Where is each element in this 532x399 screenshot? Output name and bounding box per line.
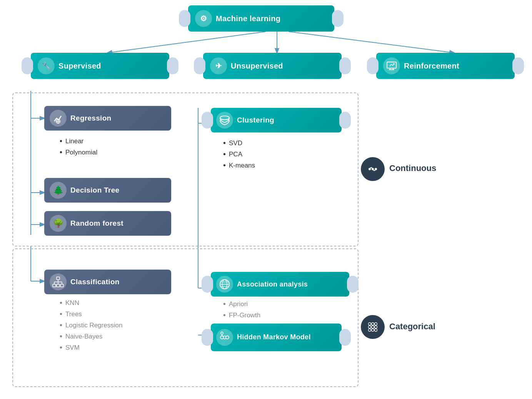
root-label: Machine learning [216, 14, 280, 23]
svg-point-50 [372, 329, 374, 332]
pill-right-reinforcement [512, 57, 524, 74]
reinforcement-node: Reinforcement [376, 53, 515, 79]
clustering-bullet-1: SVD [223, 139, 255, 148]
svg-point-36 [220, 336, 223, 339]
svg-point-46 [369, 326, 371, 329]
svg-rect-24 [57, 284, 60, 287]
svg-point-21 [220, 116, 229, 120]
classification-label: Classification [70, 278, 120, 286]
class-bullet-2: Trees [60, 310, 122, 319]
decision-tree-label: Decision Tree [70, 186, 119, 194]
class-bullet-1: KNN [60, 298, 122, 307]
screen-icon [383, 57, 400, 74]
assoc-bullet-2: FP-Growth [223, 311, 260, 320]
decision-tree-node: 🌲 Decision Tree [44, 178, 171, 203]
continuous-label: Continuous [389, 163, 436, 173]
regression-bullets: Linear Polynomial [60, 137, 97, 159]
pill-left-hmm [202, 329, 213, 346]
continuous-icon [361, 157, 385, 181]
supervised-node: 🔧 Supervised [31, 53, 169, 79]
pill-right-supervised [167, 57, 178, 74]
hmm-label: Hidden Markov Model [237, 333, 311, 342]
svg-point-47 [372, 326, 374, 329]
svg-rect-23 [53, 284, 56, 287]
class-bullet-4: Naive-Bayes [60, 332, 122, 341]
svg-line-0 [108, 32, 266, 53]
svg-rect-14 [387, 62, 396, 68]
layers-icon [216, 112, 233, 129]
wrench-icon: 🔧 [38, 57, 55, 74]
regression-node: Regression [44, 106, 171, 131]
clustering-label: Clustering [237, 116, 274, 124]
random-forest-label: Random forest [70, 219, 123, 228]
pill-right-root [332, 10, 344, 27]
svg-point-48 [375, 326, 377, 329]
pill-right-hmm [339, 329, 351, 346]
chart-icon [50, 110, 67, 127]
classification-node: Classification [44, 270, 171, 294]
pill-left-supervised [22, 57, 33, 74]
supervised-label: Supervised [58, 62, 101, 70]
unsupervised-label: Unsupervised [231, 62, 283, 70]
assoc-bullet-1: Apriori [223, 300, 260, 308]
svg-point-44 [372, 323, 374, 325]
pill-right-unsupervised [339, 57, 351, 74]
unsupervised-node: ✈ Unsupervised [203, 53, 342, 79]
svg-point-37 [226, 336, 229, 339]
svg-point-43 [369, 323, 371, 325]
svg-point-49 [369, 329, 371, 332]
globe-icon [216, 276, 233, 293]
reinforcement-label: Reinforcement [404, 62, 459, 70]
classification-bullets: KNN Trees Logistic Regression Naive-Baye… [60, 298, 122, 354]
pill-left-unsupervised [194, 57, 205, 74]
hmm-node: Hidden Markov Model [211, 324, 342, 351]
tree-icon: 🌲 [50, 182, 67, 199]
pill-left-reinforcement [367, 57, 379, 74]
hierarchy-icon [50, 273, 67, 290]
pill-left-clustering [202, 112, 213, 129]
svg-rect-25 [60, 284, 63, 287]
svg-line-2 [289, 32, 454, 53]
clustering-bullets: SVD PCA K-means [223, 139, 255, 172]
class-bullet-5: SVM [60, 343, 122, 352]
categorical-icon [361, 315, 385, 339]
association-bullets: Apriori FP-Growth [223, 300, 260, 322]
ml-diagram: ⚙ Machine learning 🔧 Supervised ✈ Unsupe… [0, 0, 532, 399]
svg-rect-22 [57, 277, 60, 280]
root-node: ⚙ Machine learning [188, 5, 334, 32]
association-label: Association analysis [237, 280, 308, 288]
categorical-label: Categorical [389, 322, 435, 332]
markov-icon [216, 329, 233, 346]
plane-icon: ✈ [210, 57, 227, 74]
clustering-bullet-2: PCA [223, 150, 255, 159]
random-forest-node: 🌳 Random forest [44, 211, 171, 236]
regression-label: Regression [70, 114, 111, 122]
class-bullet-3: Logistic Regression [60, 321, 122, 330]
association-node: Association analysis [211, 272, 349, 297]
pill-right-association [347, 276, 359, 293]
svg-point-45 [375, 323, 377, 325]
forest-icon: 🌳 [50, 215, 67, 232]
clustering-bullet-3: K-means [223, 161, 255, 170]
svg-point-51 [375, 329, 377, 332]
regression-bullet-1: Linear [60, 137, 97, 146]
clustering-node: Clustering [211, 108, 342, 132]
regression-bullet-2: Polynomial [60, 148, 97, 157]
svg-point-38 [221, 332, 223, 334]
gear-icon: ⚙ [195, 10, 212, 27]
pill-left-association [202, 276, 213, 293]
pill-right-clustering [339, 112, 351, 129]
pill-left-root [179, 10, 190, 27]
